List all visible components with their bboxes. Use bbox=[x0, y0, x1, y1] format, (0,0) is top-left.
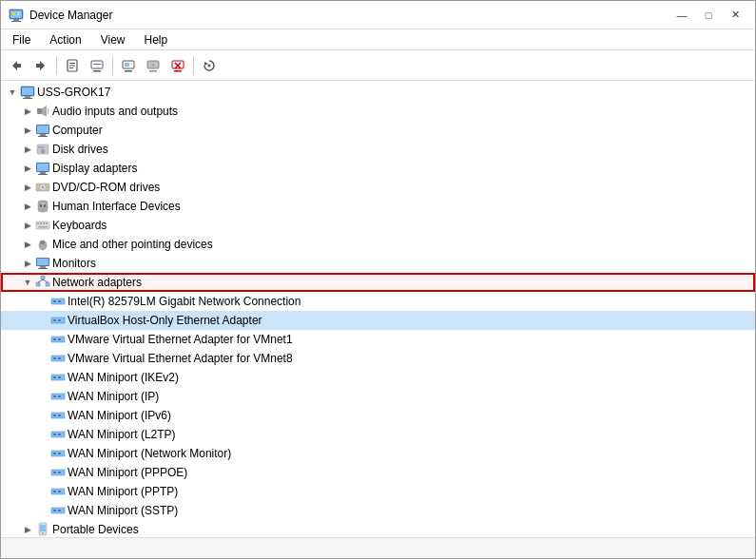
label-hid: Human Interface Devices bbox=[52, 200, 181, 213]
svg-rect-36 bbox=[37, 125, 48, 133]
tree-item-wan-ipv6[interactable]: ▶ WAN Miniport (IPv6) bbox=[1, 406, 755, 425]
tree-item-dvd[interactable]: ▶ DVD/CD-ROM drives bbox=[1, 178, 755, 197]
svg-rect-24 bbox=[174, 70, 182, 72]
svg-rect-106 bbox=[53, 510, 56, 511]
back-button[interactable] bbox=[5, 54, 28, 77]
uninstall-button[interactable] bbox=[166, 54, 189, 77]
svg-marker-7 bbox=[12, 61, 21, 70]
icon-keyboards bbox=[35, 218, 50, 233]
title-buttons: — □ ✕ bbox=[669, 6, 747, 25]
icon-dvd bbox=[35, 180, 50, 195]
tree-item-intel[interactable]: ▶ Intel(R) 82579LM Gigabit Network Conne… bbox=[1, 292, 755, 311]
expander-dvd[interactable]: ▶ bbox=[20, 180, 35, 195]
content-area: ▼ USS-GROK17 ▶ Audio inputs and outputs … bbox=[1, 81, 755, 537]
svg-rect-4 bbox=[12, 12, 15, 15]
disable-button[interactable]: ✓ bbox=[142, 54, 165, 77]
label-wan-pptp: WAN Miniport (PPTP) bbox=[68, 485, 178, 498]
expander-mice[interactable]: ▶ bbox=[20, 237, 35, 252]
icon-monitors bbox=[35, 256, 50, 271]
tree-item-hid[interactable]: ▶ Human Interface Devices bbox=[1, 197, 755, 216]
tree-item-virtualbox[interactable]: ▶ VirtualBox Host-Only Ethernet Adapter bbox=[1, 311, 755, 330]
tree-item-wan-pppoe[interactable]: ▶ WAN Miniport (PPPOE) bbox=[1, 463, 755, 482]
minimize-button[interactable]: — bbox=[669, 6, 694, 25]
label-monitors: Monitors bbox=[52, 257, 96, 270]
tree-item-keyboards[interactable]: ▶ Keyboards bbox=[1, 216, 755, 235]
svg-rect-98 bbox=[58, 453, 61, 454]
status-bar bbox=[1, 537, 755, 558]
svg-rect-101 bbox=[58, 472, 61, 473]
scan-button[interactable] bbox=[86, 54, 108, 77]
toolbar-sep-3 bbox=[193, 56, 194, 75]
label-wan-ikev2: WAN Miniport (IKEv2) bbox=[68, 371, 179, 384]
svg-rect-6 bbox=[17, 14, 20, 15]
svg-rect-57 bbox=[43, 222, 45, 224]
svg-rect-1 bbox=[10, 10, 22, 18]
svg-rect-65 bbox=[40, 266, 46, 268]
svg-rect-74 bbox=[58, 300, 61, 302]
tree-item-display[interactable]: ▶ Display adapters bbox=[1, 159, 755, 178]
svg-rect-77 bbox=[58, 319, 61, 321]
svg-rect-92 bbox=[58, 414, 61, 416]
expander-audio[interactable]: ▶ bbox=[20, 104, 35, 119]
title-left: Device Manager bbox=[9, 8, 112, 23]
expander-computer[interactable]: ▶ bbox=[20, 123, 35, 138]
expander-network[interactable]: ▼ bbox=[20, 275, 35, 290]
tree-panel[interactable]: ▼ USS-GROK17 ▶ Audio inputs and outputs … bbox=[1, 81, 755, 537]
svg-marker-27 bbox=[204, 62, 208, 66]
tree-item-network[interactable]: ▼ Network adapters bbox=[1, 273, 755, 292]
svg-rect-94 bbox=[53, 434, 56, 435]
root-expander[interactable]: ▼ bbox=[5, 85, 20, 100]
svg-rect-46 bbox=[38, 174, 48, 175]
tree-item-computer[interactable]: ▶ Computer bbox=[1, 121, 755, 140]
maximize-button[interactable]: □ bbox=[696, 6, 721, 25]
label-wan-sstp: WAN Miniport (SSTP) bbox=[68, 504, 178, 517]
icon-vmware8 bbox=[50, 351, 66, 366]
expander-disk[interactable]: ▶ bbox=[20, 142, 35, 157]
update-driver-button[interactable] bbox=[117, 54, 140, 77]
menu-view[interactable]: View bbox=[93, 31, 133, 48]
tree-item-wan-sstp[interactable]: ▶ WAN Miniport (SSTP) bbox=[1, 501, 755, 520]
tree-item-mice[interactable]: ▶ Mice and other pointing devices bbox=[1, 235, 755, 254]
expander-monitors[interactable]: ▶ bbox=[20, 256, 35, 271]
label-mice: Mice and other pointing devices bbox=[52, 238, 213, 251]
root-icon bbox=[20, 85, 35, 100]
tree-item-wan-ip[interactable]: ▶ WAN Miniport (IP) bbox=[1, 387, 755, 406]
svg-marker-8 bbox=[36, 61, 45, 70]
tree-item-audio[interactable]: ▶ Audio inputs and outputs bbox=[1, 102, 755, 121]
svg-rect-82 bbox=[53, 357, 56, 359]
icon-wan-netmon bbox=[50, 446, 66, 461]
tree-item-portable[interactable]: ▶ Portable Devices bbox=[1, 520, 755, 537]
tree-root[interactable]: ▼ USS-GROK17 bbox=[1, 83, 755, 102]
icon-wan-pppoe bbox=[50, 465, 66, 480]
expander-hid[interactable]: ▶ bbox=[20, 199, 35, 214]
label-dvd: DVD/CD-ROM drives bbox=[52, 181, 160, 194]
expander-display[interactable]: ▶ bbox=[20, 161, 35, 176]
svg-rect-31 bbox=[25, 96, 30, 98]
label-audio: Audio inputs and outputs bbox=[52, 105, 178, 118]
svg-rect-10 bbox=[69, 63, 75, 64]
menu-file[interactable]: File bbox=[5, 31, 38, 48]
tree-item-wan-l2tp[interactable]: ▶ WAN Miniport (L2TP) bbox=[1, 425, 755, 444]
icon-wan-ip bbox=[50, 389, 66, 404]
tree-item-wan-netmon[interactable]: ▶ WAN Miniport (Network Monitor) bbox=[1, 444, 755, 463]
refresh-button[interactable] bbox=[198, 54, 221, 77]
expander-keyboards[interactable]: ▶ bbox=[20, 218, 35, 233]
icon-audio bbox=[35, 104, 50, 119]
forward-button[interactable] bbox=[29, 54, 52, 77]
close-button[interactable]: ✕ bbox=[723, 6, 747, 25]
menu-help[interactable]: Help bbox=[137, 31, 176, 48]
icon-computer bbox=[35, 123, 50, 138]
label-virtualbox: VirtualBox Host-Only Ethernet Adapter bbox=[68, 314, 262, 327]
label-intel: Intel(R) 82579LM Gigabit Network Connect… bbox=[68, 295, 300, 308]
tree-item-disk[interactable]: ▶ Disk drives bbox=[1, 140, 755, 159]
label-wan-pppoe: WAN Miniport (PPPOE) bbox=[68, 466, 187, 479]
tree-item-wan-pptp[interactable]: ▶ WAN Miniport (PPTP) bbox=[1, 482, 755, 501]
menu-action[interactable]: Action bbox=[42, 31, 88, 48]
tree-item-vmware8[interactable]: ▶ VMware Virtual Ethernet Adapter for VM… bbox=[1, 349, 755, 368]
tree-item-vmware1[interactable]: ▶ VMware Virtual Ethernet Adapter for VM… bbox=[1, 330, 755, 349]
properties-button[interactable] bbox=[61, 54, 84, 77]
tree-item-monitors[interactable]: ▶ Monitors bbox=[1, 254, 755, 273]
tree-item-wan-ikev2[interactable]: ▶ WAN Miniport (IKEv2) bbox=[1, 368, 755, 387]
svg-rect-42 bbox=[38, 146, 44, 148]
expander-portable[interactable]: ▶ bbox=[20, 522, 35, 537]
